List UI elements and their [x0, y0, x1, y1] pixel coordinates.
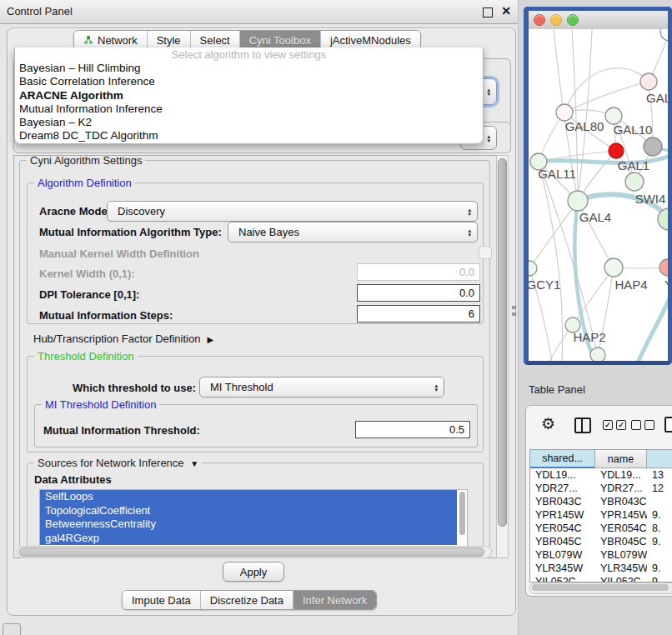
which-threshold-select[interactable]: MI Threshold ▴▾	[199, 377, 444, 398]
table-cell: YBR045C	[595, 536, 647, 548]
settings-scroll-area: Cyni Algorithm Settings Algorithm Defini…	[13, 155, 497, 558]
partial-table-icon[interactable]	[664, 417, 672, 432]
network-node-gal10[interactable]	[605, 108, 622, 124]
table-row[interactable]: YBL079WYBL079W	[530, 548, 672, 562]
dpi-tolerance-field[interactable]: 0.0	[357, 284, 480, 302]
table-row[interactable]: YER054CYER054C8.	[530, 522, 672, 535]
network-view-window[interactable]: GALGAL80GAL10GAL1GAL11SWI4GAL4GCY1HAP4YH…	[524, 7, 672, 365]
application-window: Control Panel ✕ NetworkStyleSelectCyni T…	[0, 0, 672, 635]
manual-kernel-checkbox[interactable]	[479, 246, 492, 259]
float-panel-icon[interactable]	[483, 8, 493, 18]
algorithm-option-bayesian-k2[interactable]: Bayesian – K2	[15, 116, 483, 129]
network-node-gal4[interactable]	[568, 191, 588, 211]
table-row[interactable]: YIL052CYIL052C9	[530, 575, 672, 582]
bottom-tab-discretize-data[interactable]: Discretize Data	[200, 591, 293, 609]
zoom-window-icon[interactable]	[567, 14, 579, 26]
algorithm-option-bayesian-hill-climbing[interactable]: Bayesian – Hill Climbing	[15, 62, 483, 75]
network-node-hap4[interactable]	[604, 258, 623, 277]
mi-steps-label: Mutual Information Steps:	[39, 309, 173, 322]
tab-network[interactable]: Network	[74, 31, 147, 49]
corner-button[interactable]	[3, 623, 21, 635]
apply-button[interactable]: Apply	[223, 562, 284, 582]
checked-columns-icon[interactable]: ✓✓	[603, 420, 626, 430]
table-row[interactable]: YDL19...YDL19...13	[530, 468, 672, 482]
network-canvas[interactable]: GALGAL80GAL10GAL1GAL11SWI4GAL4GCY1HAP4YH…	[529, 29, 668, 361]
mi-type-select[interactable]: Naive Bayes ▴▾	[228, 222, 478, 242]
mi-threshold-field[interactable]: 0.5	[355, 421, 470, 438]
network-graph[interactable]: GALGAL80GAL10GAL1GAL11SWI4GAL4GCY1HAP4YH…	[529, 29, 668, 361]
close-window-icon[interactable]	[534, 14, 545, 26]
close-icon[interactable]: ✕	[501, 4, 511, 18]
network-node[interactable]	[644, 138, 662, 156]
tab-select[interactable]: Select	[190, 31, 239, 49]
node-label-gcy1: GCY1	[529, 278, 560, 292]
split-columns-icon[interactable]	[574, 418, 591, 433]
bottom-tab-label: Impute Data	[132, 594, 191, 607]
bottom-tab-impute-data[interactable]: Impute Data	[123, 591, 200, 609]
tab-cyni-toolbox[interactable]: Cyni Toolbox	[239, 31, 320, 49]
network-window-titlebar[interactable]	[529, 11, 668, 30]
algorithm-option-aracne-algorithm[interactable]: ARACNE Algorithm	[15, 89, 483, 102]
table-cell: YBL079W	[595, 549, 647, 561]
node-label-swi4: SWI4	[635, 192, 666, 206]
network-node-gcy1[interactable]	[529, 261, 537, 276]
table-row[interactable]: YPR145WYPR145W9.	[530, 508, 672, 522]
unchecked-columns-icon[interactable]	[631, 420, 654, 430]
algorithm-option-dream8-dc-tdc-algorithm[interactable]: Dream8 DC_TDC Algorithm	[15, 129, 483, 142]
panel-splitter[interactable]	[512, 306, 516, 316]
column-header[interactable]	[647, 450, 672, 468]
aracne-mode-select[interactable]: Discovery ▴▾	[107, 201, 478, 222]
network-node-swi4[interactable]	[625, 172, 644, 191]
node-label-gal80: GAL80	[565, 119, 604, 133]
network-node-gal1[interactable]	[609, 143, 624, 158]
settings-vertical-scrollbar[interactable]	[496, 155, 509, 558]
collapsed-triangle-icon: ▶	[207, 335, 213, 344]
attribute-item-selfloops[interactable]: SelfLoops	[40, 490, 457, 504]
hub-definition-toggle[interactable]: Hub/Transcription Factor Definition▶	[33, 332, 213, 345]
table-cell: 8.	[647, 522, 672, 534]
node-label-gal: GAL	[646, 91, 668, 105]
algorithm-option-basic-correlation-inference[interactable]: Basic Correlation Inference	[15, 75, 483, 88]
tab-jactivemnodules[interactable]: jActiveMNodules	[320, 31, 420, 49]
sources-group: Sources for Network Inference ▼ Data Att…	[27, 462, 484, 558]
gear-icon[interactable]: ⚙	[541, 416, 555, 432]
bottom-tab-infer-network[interactable]: Infer Network	[293, 591, 376, 609]
mi-threshold-group: MI Threshold Definition Mutual Informati…	[34, 404, 478, 448]
settings-horizontal-scrollbar[interactable]	[17, 546, 492, 558]
attribute-item-topologicalcoefficient[interactable]: TopologicalCoefficient	[40, 504, 457, 518]
table-cell: 13	[647, 469, 672, 481]
table-row[interactable]: YBR045CYBR045C9.	[530, 535, 672, 548]
sources-title[interactable]: Sources for Network Inference ▼	[34, 457, 202, 469]
spinner-icon: ▴▾	[468, 208, 471, 216]
table-cell: 9.	[647, 536, 672, 548]
node-table[interactable]: shared...name YDL19...YDL19...13YDR27...…	[529, 449, 672, 582]
table-cell: 9.	[647, 509, 672, 521]
threshold-definition-group: Threshold Definition Which threshold to …	[27, 356, 484, 452]
tab-style[interactable]: Style	[147, 31, 190, 49]
network-node-gal[interactable]	[640, 73, 657, 90]
attributes-scrollbar[interactable]	[459, 491, 466, 546]
attribute-item-gal4rgexp[interactable]: gal4RGexp	[40, 532, 457, 546]
tab-label: Select	[200, 34, 230, 47]
threshold-definition-title: Threshold Definition	[34, 350, 138, 362]
minimize-window-icon[interactable]	[550, 14, 562, 26]
algorithm-definition-title: Algorithm Definition	[34, 177, 135, 189]
mi-steps-field[interactable]: 6	[357, 305, 480, 322]
network-node-gal80[interactable]	[556, 104, 573, 121]
table-row[interactable]: YLR345WYLR345W9.	[530, 562, 672, 575]
table-cell: YLR345W	[595, 562, 647, 574]
network-node[interactable]	[660, 29, 668, 41]
aracne-mode-label: Aracne Mode:	[39, 205, 111, 218]
table-horizontal-scrollbar[interactable]	[529, 582, 672, 594]
node-label-gal1: GAL1	[618, 158, 649, 172]
network-node[interactable]	[590, 348, 605, 361]
attribute-item-betweennesscentrality[interactable]: BetweennessCentrality	[40, 518, 457, 532]
column-header-name[interactable]: name	[595, 450, 647, 468]
algorithm-option-mutual-information-inference[interactable]: Mutual Information Inference	[15, 102, 483, 116]
network-node-y[interactable]	[659, 259, 668, 276]
column-header-shared[interactable]: shared...	[530, 450, 595, 468]
table-row[interactable]: YBR043CYBR043C	[530, 495, 672, 508]
data-attributes-list[interactable]: SelfLoopsTopologicalCoefficientBetweenne…	[39, 489, 468, 549]
table-cell: YBR043C	[595, 496, 647, 508]
table-row[interactable]: YDR27...YDR27...12	[530, 482, 672, 495]
